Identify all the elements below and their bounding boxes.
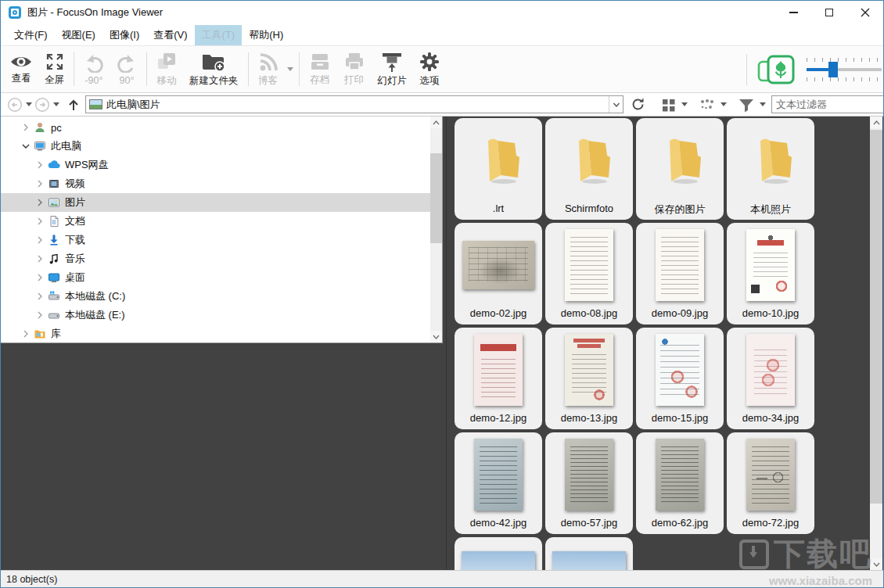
address-input[interactable] bbox=[106, 99, 609, 110]
chevron-down-icon[interactable] bbox=[20, 142, 32, 150]
tree-scrollbar-thumb[interactable] bbox=[430, 153, 442, 243]
print-button[interactable]: 打印 bbox=[337, 46, 372, 92]
scroll-up-button[interactable] bbox=[430, 117, 442, 128]
refresh-button[interactable] bbox=[628, 95, 648, 113]
image-card[interactable]: demo-12.jpg bbox=[455, 328, 542, 429]
image-card[interactable]: demo-08.jpg bbox=[545, 223, 633, 324]
fullscreen-button[interactable]: 全屏 bbox=[38, 46, 70, 92]
image-card[interactable]: demo-09.jpg bbox=[636, 223, 724, 324]
view-button[interactable]: 查看 bbox=[4, 46, 38, 92]
chevron-right-icon[interactable] bbox=[34, 255, 46, 263]
thumbnail-size-slider[interactable] bbox=[807, 56, 882, 83]
chevron-right-icon[interactable] bbox=[34, 311, 46, 319]
close-icon bbox=[861, 8, 870, 17]
slideshow-button[interactable]: 幻灯片 bbox=[372, 46, 414, 92]
tree-item-libraries[interactable]: 库 bbox=[1, 324, 430, 343]
image-thumbnail bbox=[746, 334, 795, 406]
tree-item-wps-cloud[interactable]: WPS网盘 bbox=[1, 156, 430, 174]
menu-image[interactable]: 图像(I) bbox=[102, 25, 146, 45]
sort-caret[interactable] bbox=[720, 102, 727, 106]
new-folder-button[interactable]: 新建文件夹 bbox=[183, 46, 245, 92]
image-card[interactable]: demo-57.jpg bbox=[545, 432, 633, 534]
chevron-right-icon[interactable] bbox=[34, 199, 46, 206]
sort-dots-icon bbox=[699, 97, 716, 113]
chevron-right-icon[interactable] bbox=[34, 217, 46, 225]
folder-card[interactable]: Schirmfoto bbox=[545, 118, 633, 220]
address-dropdown-button[interactable] bbox=[609, 96, 623, 113]
image-card[interactable] bbox=[455, 537, 542, 570]
archive-button[interactable]: 存档 bbox=[303, 46, 337, 92]
back-button[interactable] bbox=[7, 97, 23, 113]
back-history-caret[interactable] bbox=[26, 102, 32, 106]
image-card[interactable]: demo-15.jpg bbox=[636, 328, 724, 429]
menu-file[interactable]: 文件(F) bbox=[7, 25, 55, 45]
rotate-right-button[interactable]: 90° bbox=[110, 46, 143, 92]
chevron-right-icon[interactable] bbox=[34, 236, 46, 244]
filter-caret[interactable] bbox=[760, 102, 766, 106]
tree-item-pc[interactable]: pc bbox=[1, 118, 430, 137]
menu-browse[interactable]: 查看(V) bbox=[146, 25, 194, 45]
view-mode-caret[interactable] bbox=[681, 102, 688, 106]
menu-tools[interactable]: 工具(T) bbox=[195, 25, 243, 45]
options-button[interactable]: 选项 bbox=[413, 46, 446, 92]
tree-scrollbar[interactable] bbox=[430, 117, 442, 342]
grid-scrollbar[interactable] bbox=[870, 117, 882, 570]
tree-item-documents[interactable]: 文档 bbox=[1, 212, 430, 231]
sort-button[interactable] bbox=[696, 95, 718, 114]
blog-button[interactable]: 博客 bbox=[252, 48, 285, 90]
image-card[interactable]: demo-13.jpg bbox=[545, 328, 633, 429]
chevron-right-icon[interactable] bbox=[34, 180, 46, 188]
view-mode-button[interactable] bbox=[659, 95, 679, 114]
forward-history-caret[interactable] bbox=[53, 102, 59, 106]
image-card[interactable]: demo-42.jpg bbox=[455, 432, 542, 534]
chevron-right-icon[interactable] bbox=[34, 292, 46, 300]
chevron-right-icon[interactable] bbox=[34, 161, 46, 169]
move-button[interactable]: 移动 bbox=[150, 46, 183, 92]
filter-button[interactable] bbox=[735, 95, 757, 114]
folder-card[interactable]: 保存的图片 bbox=[636, 118, 724, 220]
tree-item-this-pc[interactable]: 此电脑 bbox=[1, 137, 430, 156]
blog-dropdown-caret[interactable] bbox=[287, 67, 293, 71]
slider-handle[interactable] bbox=[828, 62, 838, 77]
file-name: demo-12.jpg bbox=[470, 412, 526, 429]
image-card[interactable]: demo-72.jpg bbox=[727, 432, 814, 534]
forward-icon bbox=[34, 97, 50, 113]
rotate-left-button[interactable]: -90° bbox=[77, 46, 110, 92]
scroll-down-button[interactable] bbox=[430, 331, 442, 342]
image-stack-icon[interactable] bbox=[756, 54, 796, 85]
tree-item-downloads[interactable]: 下载 bbox=[1, 231, 430, 249]
image-thumbnail bbox=[565, 229, 613, 301]
options-gear-icon bbox=[419, 52, 440, 72]
tree-item-disk-e[interactable]: 本地磁盘 (E:) bbox=[1, 306, 430, 324]
menu-view[interactable]: 视图(E) bbox=[55, 25, 102, 45]
text-filter-input[interactable] bbox=[771, 95, 884, 113]
chevron-right-icon[interactable] bbox=[34, 274, 46, 281]
grid-scrollbar-thumb[interactable] bbox=[870, 130, 882, 504]
close-button[interactable] bbox=[847, 1, 883, 24]
forward-button[interactable] bbox=[34, 97, 50, 113]
tree-item-disk-c[interactable]: 本地磁盘 (C:) bbox=[1, 287, 430, 306]
tree-item-videos[interactable]: 视频 bbox=[1, 174, 430, 193]
minimize-button[interactable] bbox=[775, 1, 811, 24]
image-thumbnail bbox=[474, 439, 523, 511]
chevron-right-icon[interactable] bbox=[20, 330, 32, 338]
image-card[interactable] bbox=[545, 537, 633, 570]
folder-card[interactable]: 本机照片 bbox=[727, 118, 814, 220]
folder-card[interactable]: .lrt bbox=[455, 118, 542, 220]
image-card[interactable]: demo-34.jpg bbox=[727, 328, 814, 429]
file-name: demo-15.jpg bbox=[652, 412, 708, 429]
scroll-up-button[interactable] bbox=[870, 117, 882, 128]
tree-item-music[interactable]: 音乐 bbox=[1, 249, 430, 268]
scroll-down-button[interactable] bbox=[870, 558, 882, 570]
image-card[interactable]: demo-62.jpg bbox=[636, 432, 724, 534]
tree-item-pictures[interactable]: 图片 bbox=[1, 193, 430, 212]
maximize-button[interactable] bbox=[811, 1, 847, 24]
blog-rss-icon bbox=[258, 52, 278, 72]
up-button[interactable] bbox=[66, 98, 81, 112]
image-card[interactable]: demo-10.jpg bbox=[727, 223, 814, 324]
chevron-right-icon[interactable] bbox=[20, 124, 32, 131]
image-card[interactable]: demo-02.jpg bbox=[455, 223, 542, 324]
tree-item-desktop[interactable]: 桌面 bbox=[1, 268, 430, 287]
menu-help[interactable]: 帮助(H) bbox=[242, 25, 290, 45]
app-window: 图片 - FocusOn Image Viewer 文件(F) 视图(E) 图像… bbox=[0, 0, 884, 588]
